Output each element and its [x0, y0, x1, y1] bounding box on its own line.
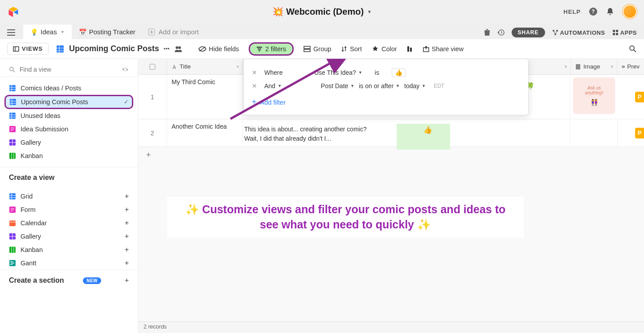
- svg-text:?: ?: [591, 8, 595, 15]
- status-pill[interactable]: P: [635, 92, 644, 102]
- cell-title[interactable]: Another Comic Idea: [167, 119, 243, 146]
- svg-rect-20: [407, 46, 409, 52]
- grid-area: Title ▼ 1 My Third Comic 2 Another Comic…: [138, 59, 644, 333]
- add-row-button[interactable]: +: [138, 147, 644, 163]
- group-button[interactable]: Group: [304, 45, 331, 53]
- column-prev[interactable]: Prev: [617, 59, 644, 74]
- tab-ideas[interactable]: 💡 Ideas ▼: [23, 24, 72, 39]
- filter-value-dropdown[interactable]: today ▼: [404, 82, 426, 89]
- remove-filter-icon[interactable]: ✕: [252, 69, 260, 76]
- create-grid[interactable]: Grid +: [0, 190, 138, 203]
- gear-icon[interactable]: [122, 66, 129, 73]
- current-view-name[interactable]: Upcoming Comic Posts: [69, 44, 159, 53]
- caret-down-icon[interactable]: ▼: [564, 65, 568, 69]
- column-title[interactable]: Title ▼: [167, 59, 243, 74]
- views-toggle[interactable]: VIEWS: [7, 43, 49, 55]
- filter-popup: ✕ Where Use This Idea?▼ is 👍 ✕ And ▼: [243, 59, 529, 115]
- people-icon[interactable]: [174, 45, 182, 53]
- apps-label: APPS: [620, 29, 637, 36]
- filter-field-dropdown[interactable]: Post Date ▼: [321, 82, 354, 89]
- right-columns: ▼ Image ▼ Prev Ask us anything: [562, 59, 644, 147]
- svg-rect-11: [616, 30, 618, 32]
- color-button[interactable]: Color: [372, 45, 397, 53]
- caret-down-icon[interactable]: ▼: [236, 65, 240, 69]
- svg-rect-30: [9, 153, 16, 159]
- automations-button[interactable]: AUTOMATIONS: [552, 29, 605, 36]
- column-image[interactable]: Image ▼: [571, 59, 617, 74]
- plus-icon: +: [125, 206, 129, 214]
- view-label: Upcoming Comic Posts: [21, 98, 88, 106]
- plus-icon: +: [125, 246, 129, 254]
- select-all-checkbox[interactable]: [138, 59, 167, 74]
- remove-filter-icon[interactable]: ✕: [252, 82, 260, 89]
- search-icon[interactable]: [629, 45, 637, 53]
- view-label: Gallery: [21, 139, 41, 146]
- sort-button[interactable]: Sort: [341, 45, 362, 53]
- status-pill[interactable]: P: [635, 128, 644, 138]
- app-logo[interactable]: [7, 5, 20, 18]
- plus-icon: +: [125, 276, 129, 284]
- filter-conjunction-dropdown[interactable]: And ▼: [264, 82, 282, 89]
- create-form[interactable]: Form +: [0, 203, 138, 216]
- cell-description[interactable]: This idea is about... creating another c…: [244, 125, 367, 143]
- create-kanban[interactable]: Kanban +: [0, 243, 138, 256]
- apps-button[interactable]: APPS: [612, 29, 637, 36]
- tab-label: Posting Tracker: [89, 28, 135, 36]
- create-gallery[interactable]: Gallery +: [0, 230, 138, 243]
- tab-label: Ideas: [41, 28, 57, 36]
- svg-rect-26: [10, 99, 16, 105]
- row-number: 2: [138, 119, 167, 146]
- view-item-idea-submission[interactable]: Idea Submission: [0, 122, 138, 136]
- group-label: Group: [313, 45, 331, 53]
- share-button[interactable]: SHARE: [512, 28, 545, 37]
- add-filter-button[interactable]: + Add filter: [248, 92, 524, 109]
- create-label: Gantt: [21, 260, 36, 267]
- tab-posting-tracker[interactable]: 📅 Posting Tracker: [72, 24, 143, 39]
- svg-point-9: [554, 33, 556, 35]
- help-link[interactable]: HELP: [563, 8, 581, 15]
- history-icon[interactable]: [497, 29, 505, 36]
- filters-button[interactable]: 2 filters: [249, 42, 294, 56]
- share-view-button[interactable]: Share view: [423, 45, 464, 53]
- thumbs-up-icon[interactable]: 👍: [392, 68, 406, 77]
- column-label: Image: [583, 63, 600, 70]
- record-count: 2 records: [138, 321, 644, 333]
- user-avatar[interactable]: [623, 4, 637, 19]
- view-item-unused-ideas[interactable]: Unused Ideas: [0, 109, 138, 122]
- caret-down-icon[interactable]: ▼: [610, 65, 614, 69]
- svg-rect-21: [410, 48, 412, 52]
- filter-operator-dropdown[interactable]: is on or after ▼: [359, 82, 400, 89]
- view-item-gallery[interactable]: Gallery: [0, 136, 138, 149]
- add-or-import[interactable]: Add or import: [143, 24, 204, 39]
- hide-fields-label: Hide fields: [209, 45, 239, 53]
- hamburger-icon[interactable]: [7, 29, 18, 39]
- plus-icon: +: [125, 192, 129, 200]
- view-item-upcoming-comic-posts[interactable]: Upcoming Comic Posts ✓: [4, 95, 133, 109]
- plus-icon: +: [125, 259, 129, 267]
- share-view-label: Share view: [432, 45, 464, 53]
- view-item-comics-ideas[interactable]: Comics Ideas / Posts: [0, 81, 138, 95]
- check-icon: ✓: [124, 99, 128, 105]
- view-item-kanban[interactable]: Kanban: [0, 149, 138, 162]
- hide-fields-button[interactable]: Hide fields: [198, 45, 239, 53]
- filters-label: 2 filters: [265, 45, 286, 53]
- find-view-search[interactable]: [0, 62, 138, 77]
- row-height-button[interactable]: [407, 46, 413, 52]
- notifications-icon[interactable]: [606, 7, 615, 16]
- filter-operator[interactable]: is: [375, 69, 379, 76]
- filter-field-dropdown[interactable]: Use This Idea?▼: [314, 69, 362, 76]
- filter-where-label: Where: [264, 69, 287, 76]
- create-calendar[interactable]: Calendar +: [0, 216, 138, 230]
- view-label: Kanban: [21, 152, 43, 159]
- sort-label: Sort: [350, 45, 362, 53]
- create-gantt[interactable]: Gantt +: [0, 256, 138, 270]
- help-icon[interactable]: ?: [589, 7, 598, 16]
- cell-title[interactable]: My Third Comic: [167, 75, 243, 119]
- more-icon[interactable]: •••: [164, 45, 170, 52]
- create-section-row[interactable]: Create a section NEW +: [0, 270, 138, 291]
- find-view-input[interactable]: [20, 66, 117, 73]
- top-header: 💥 Webcomic (Demo) ▼ HELP ?: [0, 0, 644, 23]
- base-title-dropdown[interactable]: 💥 Webcomic (Demo) ▼: [272, 6, 372, 17]
- trash-icon[interactable]: [484, 29, 490, 36]
- image-thumbnail[interactable]: Ask us anything! 👭: [573, 77, 615, 114]
